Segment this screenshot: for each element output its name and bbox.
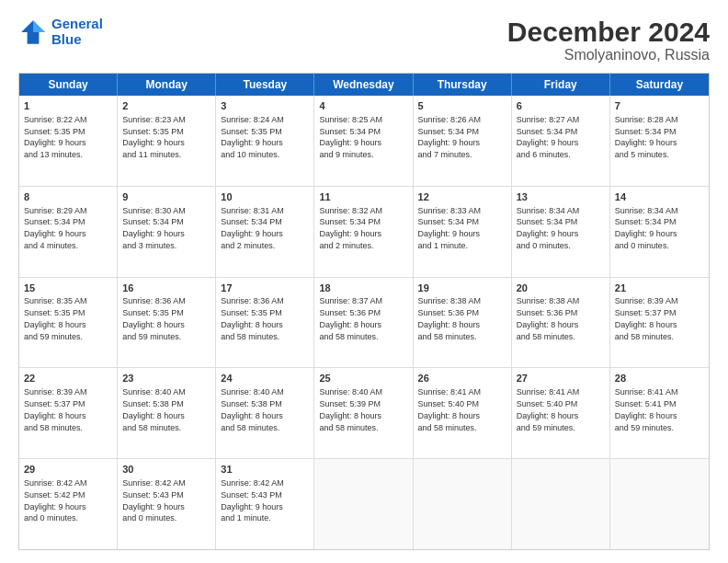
calendar-row-0: 1Sunrise: 8:22 AM Sunset: 5:35 PM Daylig… <box>19 96 709 187</box>
day-number: 19 <box>418 282 506 295</box>
day-cell-5: 5Sunrise: 8:26 AM Sunset: 5:34 PM Daylig… <box>414 96 512 186</box>
subtitle: Smolyaninovo, Russia <box>507 47 710 63</box>
day-cell-7: 7Sunrise: 8:28 AM Sunset: 5:34 PM Daylig… <box>610 96 709 186</box>
day-info: Sunrise: 8:35 AM Sunset: 5:35 PM Dayligh… <box>24 296 87 340</box>
day-cell-25: 25Sunrise: 8:40 AM Sunset: 5:39 PM Dayli… <box>314 368 413 458</box>
day-cell-6: 6Sunrise: 8:27 AM Sunset: 5:34 PM Daylig… <box>512 96 610 186</box>
day-info: Sunrise: 8:41 AM Sunset: 5:40 PM Dayligh… <box>418 387 482 431</box>
day-number: 27 <box>517 372 605 385</box>
day-of-week-thursday: Thursday <box>414 74 512 96</box>
day-number: 24 <box>221 372 309 385</box>
day-number: 14 <box>615 190 704 204</box>
calendar-header: SundayMondayTuesdayWednesdayThursdayFrid… <box>19 74 709 96</box>
day-cell-22: 22Sunrise: 8:39 AM Sunset: 5:37 PM Dayli… <box>19 368 118 458</box>
page: General Blue December 2024 Smolyaninovo,… <box>0 0 728 563</box>
day-number: 25 <box>319 372 407 385</box>
day-info: Sunrise: 8:38 AM Sunset: 5:36 PM Dayligh… <box>418 296 482 340</box>
day-number: 12 <box>418 190 506 204</box>
day-cell-29: 29Sunrise: 8:42 AM Sunset: 5:42 PM Dayli… <box>19 459 118 549</box>
day-cell-26: 26Sunrise: 8:41 AM Sunset: 5:40 PM Dayli… <box>414 368 512 458</box>
calendar-row-1: 8Sunrise: 8:29 AM Sunset: 5:34 PM Daylig… <box>19 187 709 278</box>
day-info: Sunrise: 8:37 AM Sunset: 5:36 PM Dayligh… <box>319 296 382 340</box>
day-number: 31 <box>221 463 309 477</box>
day-info: Sunrise: 8:33 AM Sunset: 5:34 PM Dayligh… <box>418 206 482 250</box>
calendar-body: 1Sunrise: 8:22 AM Sunset: 5:35 PM Daylig… <box>19 96 709 549</box>
day-cell-1: 1Sunrise: 8:22 AM Sunset: 5:35 PM Daylig… <box>19 96 118 186</box>
day-info: Sunrise: 8:34 AM Sunset: 5:34 PM Dayligh… <box>615 206 678 250</box>
logo: General Blue <box>18 17 103 47</box>
day-number: 23 <box>122 372 210 385</box>
day-info: Sunrise: 8:25 AM Sunset: 5:34 PM Dayligh… <box>319 115 382 159</box>
day-number: 1 <box>24 99 112 113</box>
day-info: Sunrise: 8:22 AM Sunset: 5:35 PM Dayligh… <box>24 115 87 159</box>
day-of-week-wednesday: Wednesday <box>314 74 413 96</box>
day-cell-13: 13Sunrise: 8:34 AM Sunset: 5:34 PM Dayli… <box>512 187 610 277</box>
day-number: 10 <box>221 190 309 204</box>
day-cell-24: 24Sunrise: 8:40 AM Sunset: 5:38 PM Dayli… <box>216 368 314 458</box>
day-info: Sunrise: 8:28 AM Sunset: 5:34 PM Dayligh… <box>615 115 678 159</box>
empty-cell <box>512 459 610 549</box>
day-info: Sunrise: 8:34 AM Sunset: 5:34 PM Dayligh… <box>517 206 580 250</box>
day-number: 15 <box>24 282 112 295</box>
day-number: 2 <box>122 99 210 113</box>
day-cell-27: 27Sunrise: 8:41 AM Sunset: 5:40 PM Dayli… <box>512 368 610 458</box>
day-cell-10: 10Sunrise: 8:31 AM Sunset: 5:34 PM Dayli… <box>216 187 314 277</box>
day-of-week-saturday: Saturday <box>610 74 709 96</box>
day-number: 13 <box>517 190 605 204</box>
day-cell-20: 20Sunrise: 8:38 AM Sunset: 5:36 PM Dayli… <box>512 278 610 368</box>
day-cell-14: 14Sunrise: 8:34 AM Sunset: 5:34 PM Dayli… <box>610 187 709 277</box>
day-info: Sunrise: 8:40 AM Sunset: 5:39 PM Dayligh… <box>319 387 382 431</box>
day-info: Sunrise: 8:36 AM Sunset: 5:35 PM Dayligh… <box>221 296 284 340</box>
day-of-week-friday: Friday <box>512 74 610 96</box>
day-info: Sunrise: 8:39 AM Sunset: 5:37 PM Dayligh… <box>615 296 678 340</box>
day-number: 21 <box>615 282 704 295</box>
day-cell-28: 28Sunrise: 8:41 AM Sunset: 5:41 PM Dayli… <box>610 368 709 458</box>
day-info: Sunrise: 8:42 AM Sunset: 5:43 PM Dayligh… <box>122 478 186 523</box>
day-cell-4: 4Sunrise: 8:25 AM Sunset: 5:34 PM Daylig… <box>314 96 413 186</box>
day-info: Sunrise: 8:41 AM Sunset: 5:41 PM Dayligh… <box>615 387 678 431</box>
day-info: Sunrise: 8:26 AM Sunset: 5:34 PM Dayligh… <box>418 115 482 159</box>
day-number: 3 <box>221 99 309 113</box>
day-cell-3: 3Sunrise: 8:24 AM Sunset: 5:35 PM Daylig… <box>216 96 314 186</box>
day-info: Sunrise: 8:32 AM Sunset: 5:34 PM Dayligh… <box>319 206 382 250</box>
day-info: Sunrise: 8:24 AM Sunset: 5:35 PM Dayligh… <box>221 115 284 159</box>
day-of-week-sunday: Sunday <box>19 74 118 96</box>
day-cell-18: 18Sunrise: 8:37 AM Sunset: 5:36 PM Dayli… <box>314 278 413 368</box>
day-info: Sunrise: 8:39 AM Sunset: 5:37 PM Dayligh… <box>24 387 87 431</box>
calendar: SundayMondayTuesdayWednesdayThursdayFrid… <box>18 73 710 550</box>
day-number: 7 <box>615 99 704 113</box>
day-info: Sunrise: 8:42 AM Sunset: 5:42 PM Dayligh… <box>24 478 87 523</box>
day-number: 18 <box>319 282 407 295</box>
day-info: Sunrise: 8:38 AM Sunset: 5:36 PM Dayligh… <box>517 296 580 340</box>
day-cell-12: 12Sunrise: 8:33 AM Sunset: 5:34 PM Dayli… <box>414 187 512 277</box>
day-number: 9 <box>122 190 210 204</box>
svg-marker-1 <box>33 20 45 32</box>
day-info: Sunrise: 8:27 AM Sunset: 5:34 PM Dayligh… <box>517 115 580 159</box>
day-number: 22 <box>24 372 112 385</box>
day-number: 17 <box>221 282 309 295</box>
main-title: December 2024 <box>507 17 710 47</box>
day-info: Sunrise: 8:36 AM Sunset: 5:35 PM Dayligh… <box>122 296 186 340</box>
day-cell-15: 15Sunrise: 8:35 AM Sunset: 5:35 PM Dayli… <box>19 278 118 368</box>
day-cell-21: 21Sunrise: 8:39 AM Sunset: 5:37 PM Dayli… <box>610 278 709 368</box>
logo-text: General Blue <box>51 17 103 47</box>
day-cell-19: 19Sunrise: 8:38 AM Sunset: 5:36 PM Dayli… <box>414 278 512 368</box>
day-cell-11: 11Sunrise: 8:32 AM Sunset: 5:34 PM Dayli… <box>314 187 413 277</box>
day-cell-17: 17Sunrise: 8:36 AM Sunset: 5:35 PM Dayli… <box>216 278 314 368</box>
day-cell-8: 8Sunrise: 8:29 AM Sunset: 5:34 PM Daylig… <box>19 187 118 277</box>
day-info: Sunrise: 8:23 AM Sunset: 5:35 PM Dayligh… <box>122 115 186 159</box>
day-of-week-monday: Monday <box>118 74 216 96</box>
day-cell-16: 16Sunrise: 8:36 AM Sunset: 5:35 PM Dayli… <box>118 278 216 368</box>
day-number: 28 <box>615 372 704 385</box>
logo-icon <box>18 17 48 47</box>
day-number: 30 <box>122 463 210 477</box>
day-cell-23: 23Sunrise: 8:40 AM Sunset: 5:38 PM Dayli… <box>118 368 216 458</box>
day-number: 26 <box>418 372 506 385</box>
day-cell-9: 9Sunrise: 8:30 AM Sunset: 5:34 PM Daylig… <box>118 187 216 277</box>
day-info: Sunrise: 8:42 AM Sunset: 5:43 PM Dayligh… <box>221 478 284 523</box>
day-number: 6 <box>517 99 605 113</box>
calendar-row-2: 15Sunrise: 8:35 AM Sunset: 5:35 PM Dayli… <box>19 278 709 369</box>
day-info: Sunrise: 8:40 AM Sunset: 5:38 PM Dayligh… <box>122 387 186 431</box>
day-number: 11 <box>319 190 407 204</box>
day-number: 4 <box>319 99 407 113</box>
